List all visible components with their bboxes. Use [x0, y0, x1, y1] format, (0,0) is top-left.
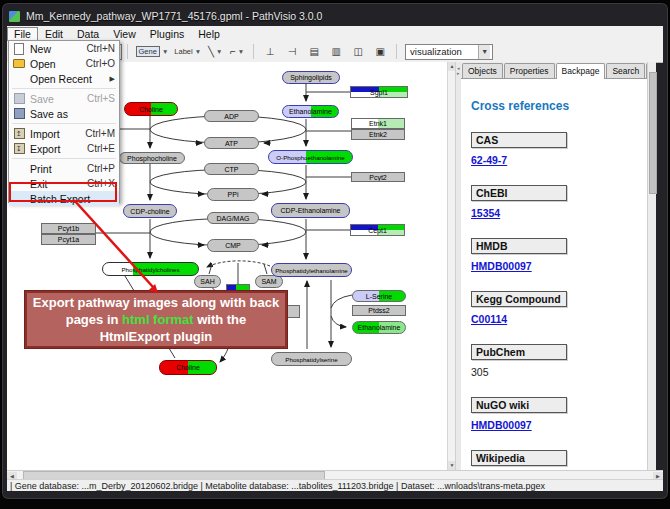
menu-item-save[interactable]: SaveCtrl+S: [9, 91, 119, 106]
scroll-thumb[interactable]: [649, 72, 657, 194]
callout-line-2: pages in html format with the: [27, 311, 285, 328]
node-ethanolamine-2[interactable]: Ethanolamine: [352, 321, 406, 334]
menu-item-open-recent[interactable]: Open Recent▶: [9, 71, 119, 86]
node-sphingolipids[interactable]: Sphingolipids: [282, 71, 340, 84]
distribute-horizontal-icon: ◫: [353, 46, 362, 57]
callout-line-1: Export pathway images along with back: [27, 294, 285, 311]
align-center-icon: ⊥: [266, 46, 275, 57]
import-icon: ↥: [12, 128, 26, 139]
node-cept1[interactable]: Cept1: [350, 224, 405, 236]
node-atp[interactable]: ATP: [204, 137, 259, 149]
splitter-collapse-icon[interactable]: ◂▸: [457, 66, 460, 76]
html-format-highlight: html format: [122, 312, 194, 327]
backpage-section-hmdb: HMDB HMDB00097: [471, 236, 647, 272]
node-choline[interactable]: Choline: [124, 102, 178, 116]
section-header: Kegg Compound: [471, 291, 567, 307]
node-pcyt1a[interactable]: Pcyt1a: [41, 234, 96, 245]
menu-item-open[interactable]: OpenCtrl+O: [9, 56, 119, 71]
node-ethanolamine[interactable]: Ethanolamine: [282, 105, 339, 118]
export-icon: ↧: [12, 143, 26, 154]
align-middle-button[interactable]: ⊣: [281, 43, 303, 61]
menu-item-print[interactable]: PrintCtrl+P: [9, 161, 119, 176]
title-bar[interactable]: Mm_Kennedy_pathway_WP1771_45176.gpml - P…: [8, 7, 662, 25]
menu-plugins[interactable]: Plugins: [143, 27, 191, 41]
node-ctp[interactable]: CTP: [204, 163, 259, 175]
distribute-vertical-button[interactable]: ▣: [369, 43, 391, 61]
new-file-icon: [12, 43, 26, 55]
node-cdp-ethanolamine[interactable]: CDP-Ethanolamine: [271, 203, 350, 218]
backpage-section-chebi: ChEBI 15354: [471, 183, 647, 219]
new-gene-button[interactable]: Gene ▼: [133, 43, 172, 61]
backpage-section-kegg: Kegg Compound C00114: [471, 289, 647, 325]
new-connector-button[interactable]: ⌐ ▼: [226, 43, 248, 61]
node-phosphatidylserine[interactable]: Phosphatidylserine: [271, 352, 352, 366]
chevron-down-icon[interactable]: ▼: [238, 48, 244, 55]
node-sgpl1[interactable]: Sgpl1: [350, 86, 408, 98]
node-dag-mag[interactable]: DAG/MAG: [207, 212, 259, 224]
chebi-link[interactable]: 15354: [471, 207, 647, 219]
menu-help[interactable]: Help: [191, 27, 227, 41]
menu-edit[interactable]: Edit: [38, 27, 70, 41]
chevron-down-icon[interactable]: ▼: [478, 45, 490, 59]
tab-search[interactable]: Search: [606, 63, 645, 78]
menu-item-new[interactable]: NewCtrl+N: [9, 41, 119, 56]
window-title: Mm_Kennedy_pathway_WP1771_45176.gpml - P…: [26, 10, 322, 22]
submenu-arrow-icon: ▶: [110, 75, 115, 83]
pubchem-value: 305: [471, 366, 647, 378]
node-ptdss2[interactable]: Ptdss2: [352, 305, 406, 316]
gene-chip-icon: Gene: [136, 46, 160, 57]
new-label-button[interactable]: Label ▼: [171, 43, 204, 61]
side-panel: Objects Properties Backpage Search Legen…: [461, 62, 655, 470]
node-choline-selected[interactable]: Choline: [159, 360, 217, 375]
node-ppi[interactable]: PPi: [207, 188, 259, 201]
menu-item-import[interactable]: ↥ ImportCtrl+M: [9, 126, 119, 141]
stack-vertical-button[interactable]: ▤: [303, 43, 325, 61]
node-etnk1[interactable]: Etnk1: [351, 118, 405, 129]
backpage-section-pubchem: PubChem 305: [471, 342, 647, 378]
hmdb-link[interactable]: HMDB00097: [471, 260, 647, 272]
nugo-link[interactable]: HMDB00097: [471, 419, 647, 431]
open-folder-icon: [12, 59, 26, 68]
chevron-down-icon[interactable]: ▼: [195, 48, 201, 55]
node-l-serine[interactable]: L-Serine: [352, 290, 406, 302]
pathvisio-app-icon: [8, 10, 21, 23]
new-line-button[interactable]: ╲ ▼: [204, 43, 226, 61]
section-header: CAS: [471, 132, 567, 148]
distribute-horizontal-button[interactable]: ◫: [347, 43, 369, 61]
node-o-phosphoethanolamine[interactable]: O-Phosphoethanolamine: [268, 150, 353, 164]
stack-horizontal-icon: ▥: [331, 46, 340, 57]
node-cmp[interactable]: CMP: [207, 239, 259, 252]
panel-vertical-scrollbar[interactable]: [647, 62, 656, 470]
node-adp[interactable]: ADP: [204, 110, 259, 122]
stack-horizontal-button[interactable]: ▥: [325, 43, 347, 61]
kegg-link[interactable]: C00114: [471, 313, 647, 325]
section-header: HMDB: [471, 238, 567, 254]
tab-objects[interactable]: Objects: [462, 63, 503, 78]
node-cdp-choline[interactable]: CDP-choline: [123, 204, 177, 218]
chevron-down-icon[interactable]: ▼: [216, 48, 222, 55]
node-sah[interactable]: SAH: [194, 275, 221, 288]
menu-item-export[interactable]: ↧ ExportCtrl+E: [9, 141, 119, 156]
callout-line-3: HtmlExport plugin: [27, 328, 285, 345]
node-phosphatidylethanolamine[interactable]: Phosphatidylethanolamine: [271, 263, 352, 277]
node-pcyt1b[interactable]: Pcyt1b: [41, 223, 96, 234]
node-phosphocholine[interactable]: Phosphocholine: [119, 152, 185, 164]
menu-item-save-as[interactable]: Save as: [9, 106, 119, 121]
backpage-section-cas: CAS 62-49-7: [471, 130, 647, 166]
menu-file[interactable]: File: [7, 27, 38, 41]
align-center-button[interactable]: ⊥: [259, 43, 281, 61]
node-etnk2[interactable]: Etnk2: [351, 129, 405, 140]
visualization-combobox[interactable]: visualization ▼: [405, 44, 493, 60]
menu-view[interactable]: View: [106, 27, 143, 41]
tab-properties[interactable]: Properties: [504, 63, 555, 78]
node-pcyt2[interactable]: Pcyt2: [351, 172, 405, 182]
label-chip-icon: Label: [174, 47, 192, 56]
menu-data[interactable]: Data: [70, 27, 106, 41]
section-header: Wikipedia: [471, 450, 567, 466]
chevron-down-icon[interactable]: ▼: [162, 48, 168, 55]
backpage-section-nugo: NuGO wiki HMDB00097: [471, 395, 647, 431]
cas-link[interactable]: 62-49-7: [471, 154, 647, 166]
node-phosphatidylcholines[interactable]: Phosphatidylcholines: [102, 262, 199, 276]
tab-backpage[interactable]: Backpage: [556, 63, 606, 79]
backpage-section-wikipedia: Wikipedia Choline: [471, 448, 647, 470]
